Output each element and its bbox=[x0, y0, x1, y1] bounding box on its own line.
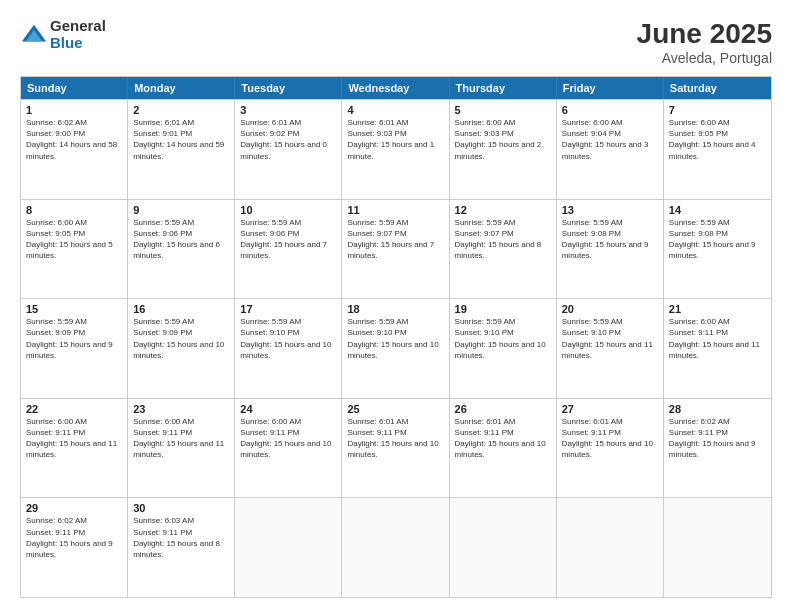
cell-24: 24 Sunrise: 6:00 AM Sunset: 9:11 PM Dayl… bbox=[235, 399, 342, 498]
cell-text: Sunrise: 5:59 AM Sunset: 9:08 PM Dayligh… bbox=[562, 217, 658, 262]
day-num: 27 bbox=[562, 403, 658, 415]
logo-blue: Blue bbox=[50, 35, 106, 52]
header-monday: Monday bbox=[128, 77, 235, 99]
cell-text: Sunrise: 6:01 AM Sunset: 9:11 PM Dayligh… bbox=[562, 416, 658, 461]
cell-7: 7 Sunrise: 6:00 AM Sunset: 9:05 PM Dayli… bbox=[664, 100, 771, 199]
day-num: 1 bbox=[26, 104, 122, 116]
cell-1: 1 Sunrise: 6:02 AM Sunset: 9:00 PM Dayli… bbox=[21, 100, 128, 199]
cell-empty-1 bbox=[235, 498, 342, 597]
day-num: 24 bbox=[240, 403, 336, 415]
title-month: June 2025 bbox=[637, 18, 772, 50]
day-num: 14 bbox=[669, 204, 766, 216]
header-wednesday: Wednesday bbox=[342, 77, 449, 99]
cell-text: Sunrise: 6:01 AM Sunset: 9:02 PM Dayligh… bbox=[240, 117, 336, 162]
cell-text: Sunrise: 6:00 AM Sunset: 9:11 PM Dayligh… bbox=[26, 416, 122, 461]
title-location: Aveleda, Portugal bbox=[637, 50, 772, 66]
day-num: 20 bbox=[562, 303, 658, 315]
cell-20: 20 Sunrise: 5:59 AM Sunset: 9:10 PM Dayl… bbox=[557, 299, 664, 398]
cell-30: 30 Sunrise: 6:03 AM Sunset: 9:11 PM Dayl… bbox=[128, 498, 235, 597]
cell-5: 5 Sunrise: 6:00 AM Sunset: 9:03 PM Dayli… bbox=[450, 100, 557, 199]
cell-3: 3 Sunrise: 6:01 AM Sunset: 9:02 PM Dayli… bbox=[235, 100, 342, 199]
cell-text: Sunrise: 5:59 AM Sunset: 9:07 PM Dayligh… bbox=[347, 217, 443, 262]
cell-text: Sunrise: 5:59 AM Sunset: 9:07 PM Dayligh… bbox=[455, 217, 551, 262]
day-num: 10 bbox=[240, 204, 336, 216]
day-num: 29 bbox=[26, 502, 122, 514]
week-1: 1 Sunrise: 6:02 AM Sunset: 9:00 PM Dayli… bbox=[21, 99, 771, 199]
cell-9: 9 Sunrise: 5:59 AM Sunset: 9:06 PM Dayli… bbox=[128, 200, 235, 299]
calendar: Sunday Monday Tuesday Wednesday Thursday… bbox=[20, 76, 772, 598]
cell-22: 22 Sunrise: 6:00 AM Sunset: 9:11 PM Dayl… bbox=[21, 399, 128, 498]
cell-text: Sunrise: 6:01 AM Sunset: 9:11 PM Dayligh… bbox=[347, 416, 443, 461]
cell-empty-3 bbox=[450, 498, 557, 597]
cell-6: 6 Sunrise: 6:00 AM Sunset: 9:04 PM Dayli… bbox=[557, 100, 664, 199]
day-num: 5 bbox=[455, 104, 551, 116]
day-num: 3 bbox=[240, 104, 336, 116]
cell-text: Sunrise: 6:02 AM Sunset: 9:00 PM Dayligh… bbox=[26, 117, 122, 162]
cell-26: 26 Sunrise: 6:01 AM Sunset: 9:11 PM Dayl… bbox=[450, 399, 557, 498]
day-num: 13 bbox=[562, 204, 658, 216]
header-sunday: Sunday bbox=[21, 77, 128, 99]
cell-text: Sunrise: 6:00 AM Sunset: 9:05 PM Dayligh… bbox=[669, 117, 766, 162]
day-num: 22 bbox=[26, 403, 122, 415]
week-5: 29 Sunrise: 6:02 AM Sunset: 9:11 PM Dayl… bbox=[21, 497, 771, 597]
cell-19: 19 Sunrise: 5:59 AM Sunset: 9:10 PM Dayl… bbox=[450, 299, 557, 398]
logo-icon bbox=[20, 21, 48, 49]
cell-text: Sunrise: 6:00 AM Sunset: 9:11 PM Dayligh… bbox=[240, 416, 336, 461]
day-num: 7 bbox=[669, 104, 766, 116]
header-saturday: Saturday bbox=[664, 77, 771, 99]
day-num: 30 bbox=[133, 502, 229, 514]
logo-text: General Blue bbox=[50, 18, 106, 51]
header-thursday: Thursday bbox=[450, 77, 557, 99]
cell-text: Sunrise: 6:00 AM Sunset: 9:05 PM Dayligh… bbox=[26, 217, 122, 262]
day-num: 23 bbox=[133, 403, 229, 415]
cell-text: Sunrise: 6:01 AM Sunset: 9:11 PM Dayligh… bbox=[455, 416, 551, 461]
cell-text: Sunrise: 6:00 AM Sunset: 9:04 PM Dayligh… bbox=[562, 117, 658, 162]
header-tuesday: Tuesday bbox=[235, 77, 342, 99]
cell-12: 12 Sunrise: 5:59 AM Sunset: 9:07 PM Dayl… bbox=[450, 200, 557, 299]
cell-13: 13 Sunrise: 5:59 AM Sunset: 9:08 PM Dayl… bbox=[557, 200, 664, 299]
day-num: 12 bbox=[455, 204, 551, 216]
cell-21: 21 Sunrise: 6:00 AM Sunset: 9:11 PM Dayl… bbox=[664, 299, 771, 398]
day-num: 28 bbox=[669, 403, 766, 415]
cell-text: Sunrise: 5:59 AM Sunset: 9:09 PM Dayligh… bbox=[133, 316, 229, 361]
cell-empty-2 bbox=[342, 498, 449, 597]
day-num: 17 bbox=[240, 303, 336, 315]
cell-text: Sunrise: 6:01 AM Sunset: 9:01 PM Dayligh… bbox=[133, 117, 229, 162]
cell-15: 15 Sunrise: 5:59 AM Sunset: 9:09 PM Dayl… bbox=[21, 299, 128, 398]
cell-14: 14 Sunrise: 5:59 AM Sunset: 9:08 PM Dayl… bbox=[664, 200, 771, 299]
cell-27: 27 Sunrise: 6:01 AM Sunset: 9:11 PM Dayl… bbox=[557, 399, 664, 498]
title-block: June 2025 Aveleda, Portugal bbox=[637, 18, 772, 66]
day-num: 19 bbox=[455, 303, 551, 315]
cell-text: Sunrise: 6:02 AM Sunset: 9:11 PM Dayligh… bbox=[669, 416, 766, 461]
cell-29: 29 Sunrise: 6:02 AM Sunset: 9:11 PM Dayl… bbox=[21, 498, 128, 597]
day-num: 26 bbox=[455, 403, 551, 415]
cell-text: Sunrise: 5:59 AM Sunset: 9:06 PM Dayligh… bbox=[133, 217, 229, 262]
cell-2: 2 Sunrise: 6:01 AM Sunset: 9:01 PM Dayli… bbox=[128, 100, 235, 199]
page: General Blue June 2025 Aveleda, Portugal… bbox=[0, 0, 792, 612]
week-3: 15 Sunrise: 5:59 AM Sunset: 9:09 PM Dayl… bbox=[21, 298, 771, 398]
day-num: 11 bbox=[347, 204, 443, 216]
day-num: 8 bbox=[26, 204, 122, 216]
cell-text: Sunrise: 6:00 AM Sunset: 9:03 PM Dayligh… bbox=[455, 117, 551, 162]
day-num: 25 bbox=[347, 403, 443, 415]
week-4: 22 Sunrise: 6:00 AM Sunset: 9:11 PM Dayl… bbox=[21, 398, 771, 498]
calendar-body: 1 Sunrise: 6:02 AM Sunset: 9:00 PM Dayli… bbox=[21, 99, 771, 597]
logo: General Blue bbox=[20, 18, 106, 51]
week-2: 8 Sunrise: 6:00 AM Sunset: 9:05 PM Dayli… bbox=[21, 199, 771, 299]
cell-text: Sunrise: 5:59 AM Sunset: 9:08 PM Dayligh… bbox=[669, 217, 766, 262]
cell-10: 10 Sunrise: 5:59 AM Sunset: 9:06 PM Dayl… bbox=[235, 200, 342, 299]
cell-text: Sunrise: 6:01 AM Sunset: 9:03 PM Dayligh… bbox=[347, 117, 443, 162]
cell-text: Sunrise: 6:00 AM Sunset: 9:11 PM Dayligh… bbox=[133, 416, 229, 461]
cell-empty-4 bbox=[557, 498, 664, 597]
cell-18: 18 Sunrise: 5:59 AM Sunset: 9:10 PM Dayl… bbox=[342, 299, 449, 398]
cell-28: 28 Sunrise: 6:02 AM Sunset: 9:11 PM Dayl… bbox=[664, 399, 771, 498]
logo-general: General bbox=[50, 18, 106, 35]
day-num: 4 bbox=[347, 104, 443, 116]
cell-17: 17 Sunrise: 5:59 AM Sunset: 9:10 PM Dayl… bbox=[235, 299, 342, 398]
day-num: 18 bbox=[347, 303, 443, 315]
header: General Blue June 2025 Aveleda, Portugal bbox=[20, 18, 772, 66]
cell-text: Sunrise: 5:59 AM Sunset: 9:10 PM Dayligh… bbox=[455, 316, 551, 361]
header-friday: Friday bbox=[557, 77, 664, 99]
cell-text: Sunrise: 5:59 AM Sunset: 9:09 PM Dayligh… bbox=[26, 316, 122, 361]
cell-text: Sunrise: 6:00 AM Sunset: 9:11 PM Dayligh… bbox=[669, 316, 766, 361]
